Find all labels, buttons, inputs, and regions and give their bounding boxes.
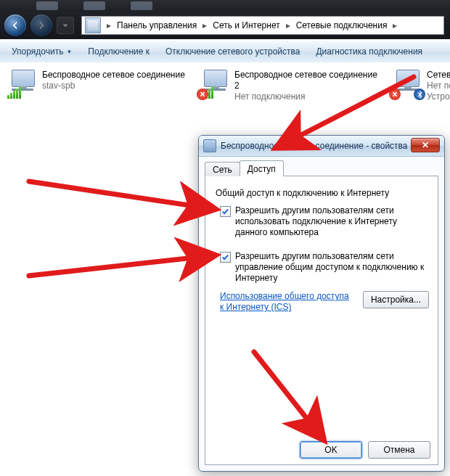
organize-label: Упорядочить	[12, 46, 63, 57]
allow-control-label: Разрешить другим пользователям сети упра…	[235, 251, 429, 284]
connection-item[interactable]: × Сетевое п Нет подк Устройст	[392, 70, 450, 102]
chevron-right-icon: ▸	[200, 17, 210, 33]
connection-status: Нет подключения	[234, 91, 381, 102]
chevron-right-icon: ▸	[283, 17, 293, 33]
tab-strip: Сеть Доступ	[205, 160, 438, 176]
allow-share-checkbox[interactable]	[220, 206, 231, 217]
settings-button-label: Настройка...	[371, 295, 421, 305]
tab-label: Доступ	[248, 164, 276, 174]
connection-status: Нет подк	[427, 81, 450, 91]
breadcrumb-part[interactable]: Сетевые подключения	[293, 20, 390, 30]
diagnose-label: Диагностика подключения	[316, 46, 422, 57]
nav-history-dropdown[interactable]	[57, 17, 74, 34]
dialog-titlebar[interactable]: Беспроводное сетевое соединение - свойст…	[199, 136, 444, 157]
ics-help-link[interactable]: Использование общего доступа к Интернету…	[220, 291, 351, 313]
ok-label: OK	[324, 445, 337, 455]
chevron-right-icon: ▸	[104, 17, 114, 33]
disable-device-button[interactable]: Отключение сетевого устройства	[158, 44, 307, 60]
allow-control-checkbox[interactable]	[220, 252, 231, 263]
breadcrumb-part[interactable]: Сеть и Интернет	[210, 20, 282, 30]
settings-button[interactable]: Настройка...	[363, 291, 429, 308]
disconnected-icon: ×	[389, 89, 401, 100]
control-panel-icon	[85, 17, 101, 33]
connection-properties-dialog: Беспроводное сетевое соединение - свойст…	[198, 135, 445, 472]
wireless-connection-icon	[7, 70, 38, 99]
connect-label: Подключение к	[88, 46, 150, 57]
address-breadcrumb[interactable]: ▸ Панель управления ▸ Сеть и Интернет ▸ …	[81, 16, 444, 35]
connection-status: stav-spb	[42, 81, 185, 91]
ethernet-connection-icon: ×	[392, 70, 422, 99]
close-button[interactable]: ✕	[411, 138, 440, 152]
cancel-button[interactable]: Отмена	[368, 441, 430, 459]
connection-item[interactable]: Беспроводное сетевое соединение stav-spb	[7, 70, 189, 99]
chevron-right-icon: ▸	[390, 17, 400, 33]
tab-sharing[interactable]: Доступ	[240, 160, 284, 176]
command-toolbar: Упорядочить ▼ Подключение к Отключение с…	[0, 39, 450, 64]
connect-to-button[interactable]: Подключение к	[81, 44, 157, 60]
breadcrumb-part[interactable]: Панель управления	[114, 20, 200, 30]
tab-label: Сеть	[213, 165, 232, 175]
wireless-connection-icon: ×	[200, 70, 230, 99]
tab-network[interactable]: Сеть	[205, 162, 240, 176]
disconnected-icon: ×	[197, 89, 208, 100]
dialog-title: Беспроводное сетевое соединение - свойст…	[221, 141, 408, 151]
chevron-down-icon: ▼	[66, 49, 72, 55]
allow-share-label: Разрешить другим пользователям сети испо…	[235, 205, 429, 238]
diagnose-button[interactable]: Диагностика подключения	[308, 44, 430, 60]
explorer-navbar: ▸ Панель управления ▸ Сеть и Интернет ▸ …	[0, 12, 450, 39]
disable-label: Отключение сетевого устройства	[165, 46, 300, 57]
nav-back-button[interactable]	[4, 15, 26, 36]
connection-name: Беспроводное сетевое соединение 2	[234, 70, 381, 91]
connection-name: Беспроводное сетевое соединение	[42, 70, 185, 81]
connection-name: Сетевое п	[427, 70, 450, 81]
close-icon: ✕	[422, 140, 429, 150]
organize-menu[interactable]: Упорядочить ▼	[4, 44, 79, 60]
sharing-tab-pane: Общий доступ к подключению к Интернету Р…	[205, 176, 438, 465]
nav-forward-button[interactable]	[30, 15, 52, 36]
window-titlebar	[0, 0, 450, 12]
cancel-label: Отмена	[383, 445, 414, 455]
ok-button[interactable]: OK	[300, 441, 362, 459]
network-adapter-icon	[203, 139, 216, 152]
bluetooth-icon	[414, 89, 425, 100]
connection-item[interactable]: × Беспроводное сетевое соединение 2 Нет …	[200, 70, 381, 102]
group-title: Общий доступ к подключению к Интернету	[216, 188, 429, 198]
connection-device: Устройст	[427, 91, 450, 102]
